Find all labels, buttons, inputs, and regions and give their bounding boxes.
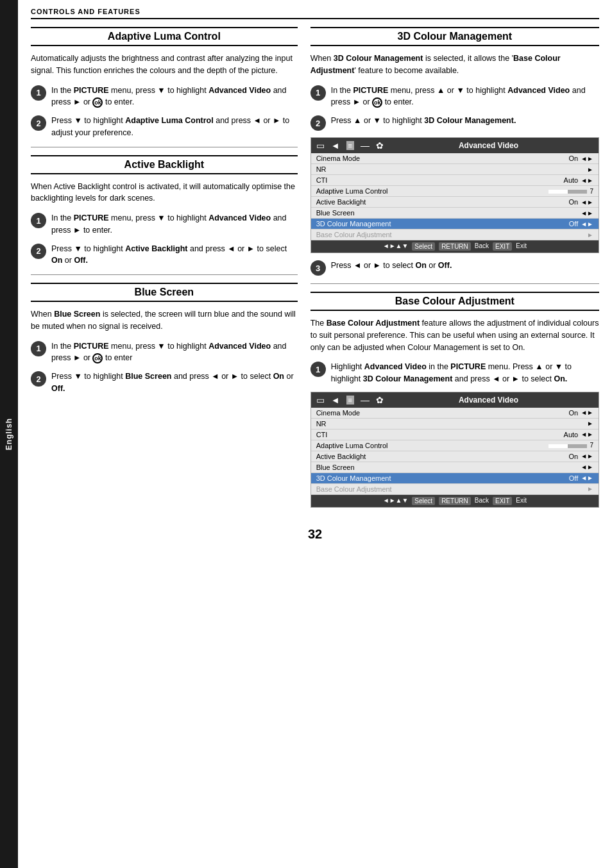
tv-icon-menu: ≡ — [346, 141, 354, 150]
base-colour-intro: The Base Colour Adjustment feature allow… — [310, 317, 599, 353]
adaptive-luma-step2: 2 Press ▼ to highlight Adaptive Luma Con… — [31, 115, 298, 139]
footer-return-2: RETURN — [439, 497, 471, 505]
step-num-ab2: 2 — [31, 244, 46, 259]
footer-nav-icon-1: ◄►▲▼ — [383, 242, 409, 251]
right-column: 3D Colour Management When 3D Colour Mana… — [310, 27, 599, 514]
divider-2 — [31, 274, 298, 275]
tv-row-3dcm-1: 3D Colour Management Off ◄► — [311, 219, 599, 230]
tv-row-bca-2: Base Colour Adjustment ► — [311, 484, 599, 495]
step-num-ab1: 1 — [31, 213, 46, 228]
tv-icon-gear: ✿ — [376, 140, 384, 151]
active-backlight-intro: When Active Backlight control is activat… — [31, 181, 298, 205]
section-blue-screen: Blue Screen When Blue Screen is selected… — [31, 283, 298, 395]
tv-menu-icons-2: ▭ ◄ ≡ — ✿ — [316, 395, 384, 405]
blue-screen-step1: 1 In the PICTURE menu, press ▼ to highli… — [31, 340, 298, 365]
tv-menu-2: ▭ ◄ ≡ — ✿ Advanced Video Cinema Mode On … — [310, 392, 599, 508]
step-3d3-text: Press ◄ or ► to select On or Off. — [331, 260, 452, 272]
tv-menu-2-body: Cinema Mode On ◄► NR ► CTI Auto ◄► — [311, 408, 599, 495]
two-col-layout: Adaptive Luma Control Automatically adju… — [31, 27, 599, 514]
tv-row-bca-1: Base Colour Adjustment ► — [311, 230, 599, 240]
sidebar-label: English — [4, 418, 13, 450]
ok-icon: ok — [92, 97, 103, 108]
tv-row-cti-1: CTI Auto ◄► — [311, 175, 599, 186]
sidebar: English — [0, 0, 18, 868]
tv-row-bs-1: Blue Screen ◄► — [311, 208, 599, 219]
ok-icon-3d: ok — [372, 97, 382, 108]
footer-exit-label-2: Exit — [516, 497, 527, 505]
tv-row-bs-2: Blue Screen ◄► — [311, 462, 599, 473]
section-title-blue-screen: Blue Screen — [31, 283, 298, 302]
step-num-3d1: 1 — [310, 85, 326, 101]
step-num-3d3: 3 — [310, 260, 326, 276]
tv-menu-1-title: Advanced Video — [384, 141, 593, 150]
step-3d2-text: Press ▲ or ▼ to highlight 3D Colour Mana… — [331, 115, 516, 127]
step-bs1-text: In the PICTURE menu, press ▼ to highligh… — [51, 340, 298, 365]
tv-icon2-menu: ≡ — [346, 396, 354, 405]
tv-menu-1-body: Cinema Mode On ◄► NR ► CTI Auto ◄► — [311, 153, 599, 240]
tv-icon2-gear: ✿ — [376, 395, 384, 405]
tv-icon-pic: ▭ — [316, 140, 325, 151]
step-ab1-text: In the PICTURE menu, press ▼ to highligh… — [51, 212, 298, 237]
tv-menu-2-header: ▭ ◄ ≡ — ✿ Advanced Video — [311, 392, 599, 408]
divider-right-1 — [310, 283, 599, 284]
footer-exit-label-1: Exit — [516, 242, 527, 251]
tv-icon2-pic: ▭ — [316, 395, 325, 405]
3d-colour-step2: 2 Press ▲ or ▼ to highlight 3D Colour Ma… — [310, 115, 599, 131]
header-title: CONTROLS AND FEATURES — [31, 8, 140, 15]
page-header: CONTROLS AND FEATURES — [31, 8, 599, 19]
step2-text: Press ▼ to highlight Adaptive Luma Contr… — [51, 115, 298, 139]
tv-row-3dcm-2: 3D Colour Management Off ◄► — [311, 473, 599, 484]
step-ab2-text: Press ▼ to highlight Active Backlight an… — [51, 243, 298, 267]
tv-row-alc-1: Adaptive Luma Control 7 — [311, 186, 599, 197]
section-title-active-backlight: Active Backlight — [31, 155, 298, 174]
step-num-bs1: 1 — [31, 341, 46, 356]
section-title-base-colour: Base Colour Adjustment — [310, 292, 599, 311]
tv-menu-icons-1: ▭ ◄ ≡ — ✿ — [316, 140, 384, 151]
section-title-adaptive-luma: Adaptive Luma Control — [31, 27, 298, 46]
footer-select-2: Select — [412, 497, 435, 505]
base-colour-step1: 1 Highlight Advanced Video in the PICTUR… — [310, 361, 599, 385]
tv-row-cti-2: CTI Auto ◄► — [311, 430, 599, 440]
step-num-1: 1 — [31, 85, 46, 101]
adaptive-luma-intro: Automatically adjusts the brightness and… — [31, 53, 298, 77]
slider-bar-1 — [548, 190, 587, 194]
blue-screen-intro: When Blue Screen is selected, the screen… — [31, 308, 298, 333]
left-column: Adaptive Luma Control Automatically adju… — [31, 27, 298, 514]
tv-row-nr-2: NR ► — [311, 419, 599, 430]
slider-bar-2 — [548, 444, 587, 448]
footer-nav-icon-2: ◄►▲▼ — [383, 497, 409, 505]
3d-colour-step1: 1 In the PICTURE menu, press ▲ or ▼ to h… — [310, 85, 599, 109]
tv-menu-1-header: ▭ ◄ ≡ — ✿ Advanced Video — [311, 138, 599, 153]
step-num-2: 2 — [31, 115, 46, 131]
step-3d1-text: In the PICTURE menu, press ▲ or ▼ to hig… — [331, 85, 599, 109]
active-backlight-step1: 1 In the PICTURE menu, press ▼ to highli… — [31, 212, 298, 237]
3d-colour-step3: 3 Press ◄ or ► to select On or Off. — [310, 260, 599, 276]
section-3d-colour: 3D Colour Management When 3D Colour Mana… — [310, 27, 599, 276]
tv-row-cinema-2: Cinema Mode On ◄► — [311, 408, 599, 419]
divider-1 — [31, 147, 298, 147]
tv-icon2-dash: — — [361, 395, 370, 405]
section-active-backlight: Active Backlight When Active Backlight c… — [31, 155, 298, 267]
tv-row-nr-1: NR ► — [311, 164, 599, 175]
adaptive-luma-step1: 1 In the PICTURE menu, press ▼ to highli… — [31, 85, 298, 109]
tv-menu-2-title: Advanced Video — [384, 396, 593, 405]
tv-row-ab-2: Active Backlight On ◄► — [311, 451, 599, 462]
footer-exit-1: EXIT — [493, 242, 512, 251]
page-number: 32 — [31, 527, 599, 542]
footer-exit-2: EXIT — [493, 497, 512, 505]
tv-icon-dash: — — [361, 140, 370, 151]
3d-colour-intro: When 3D Colour Management is selected, i… — [310, 53, 599, 77]
tv-row-ab-1: Active Backlight On ◄► — [311, 197, 599, 208]
footer-select-1: Select — [412, 242, 435, 251]
tv-icon2-back: ◄ — [331, 395, 340, 405]
section-adaptive-luma: Adaptive Luma Control Automatically adju… — [31, 27, 298, 139]
tv-icon-back: ◄ — [331, 140, 340, 151]
tv-menu-1-footer: ◄►▲▼ Select RETURN Back EXIT Exit — [311, 240, 599, 253]
tv-row-cinema-1: Cinema Mode On ◄► — [311, 153, 599, 164]
step1-text: In the PICTURE menu, press ▼ to highligh… — [51, 85, 298, 109]
active-backlight-step2: 2 Press ▼ to highlight Active Backlight … — [31, 243, 298, 267]
tv-row-alc-2: Adaptive Luma Control 7 — [311, 440, 599, 451]
step-bc1-text: Highlight Advanced Video in the PICTURE … — [331, 361, 599, 385]
step-num-3d2: 2 — [310, 115, 326, 131]
tv-menu-2-footer: ◄►▲▼ Select RETURN Back EXIT Exit — [311, 495, 599, 507]
